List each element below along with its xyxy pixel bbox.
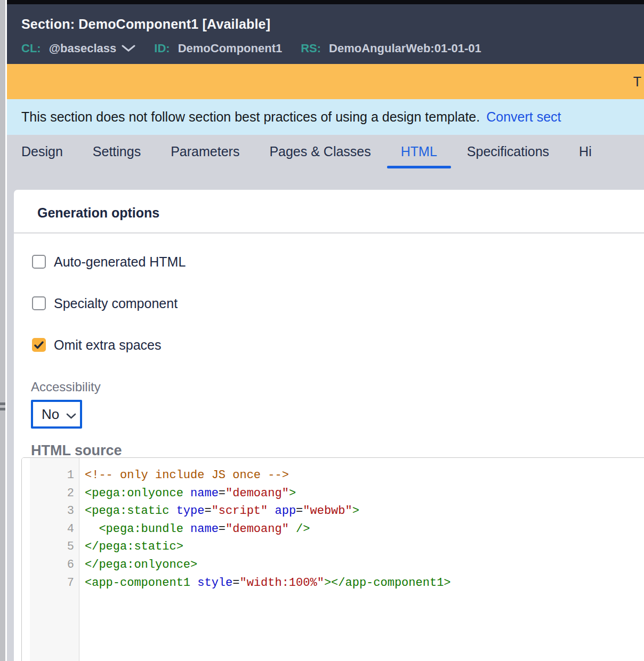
generation-checkbox-group: Auto-generated HTMLSpecialty componentOm… — [32, 255, 644, 352]
checkbox-row-specialty-component: Specialty component — [32, 296, 644, 310]
code-token-tag: <pega:onlyonce — [85, 487, 190, 500]
tab-label: Settings — [93, 144, 141, 159]
checkbox-row-omit-extra-spaces: Omit extra spaces — [32, 338, 644, 352]
code-line: <!-- only include JS once --> — [85, 466, 451, 485]
accessibility-label: Accessibility — [31, 380, 644, 394]
accessibility-select[interactable]: No — [31, 400, 82, 429]
tab-label: HTML — [401, 144, 437, 159]
pega-section-rule-window: { "header": { "title": "Section: DemoCom… — [0, 0, 644, 661]
checkbox-label[interactable]: Auto-generated HTML — [54, 254, 186, 270]
checkbox-row-auto-generated-html: Auto-generated HTML — [32, 255, 644, 269]
line-number: 6 — [30, 556, 74, 574]
tab-design[interactable]: Design — [21, 144, 63, 168]
window-top-edge — [7, 0, 644, 4]
code-token-tag: <pega:bundle — [99, 522, 190, 536]
tab-pages-classes[interactable]: Pages & Classes — [269, 144, 371, 168]
code-line: <pega:onlyonce name="demoang"> — [85, 485, 451, 503]
html-tab-panel: Generation options Auto-generated HTMLSp… — [14, 190, 644, 661]
code-token-attr: type — [176, 504, 205, 518]
checkbox-label[interactable]: Omit extra spaces — [54, 337, 161, 353]
accessibility-selected-value: No — [42, 406, 59, 423]
code-token-tag: </pega:onlyonce> — [85, 558, 197, 571]
code-token-attr: style — [197, 576, 232, 590]
tab-specifications[interactable]: Specifications — [467, 144, 549, 168]
html-source-heading: HTML source — [31, 442, 644, 459]
code-token-plain: = — [219, 522, 226, 536]
tab-label: Hi — [579, 144, 592, 159]
tab-label: Parameters — [171, 144, 239, 159]
tab-label: Design — [21, 144, 63, 159]
code-line: </pega:static> — [85, 538, 451, 556]
code-token-tag: ></app-component1> — [324, 576, 451, 590]
rule-tab-bar: DesignSettingsParametersPages & ClassesH… — [7, 135, 644, 168]
code-token-attr: name — [190, 487, 219, 500]
tab-parameters[interactable]: Parameters — [171, 144, 239, 168]
notice-text: This section does not follow section bes… — [21, 109, 480, 125]
tab-hi[interactable]: Hi — [579, 144, 592, 168]
convert-section-link[interactable]: Convert sect — [486, 109, 561, 125]
toolbar-clipped-text: T — [633, 74, 641, 90]
generation-options-heading: Generation options — [37, 205, 644, 221]
unchecked-checkbox-auto-generated-html[interactable] — [32, 255, 46, 269]
line-number: 7 — [30, 574, 74, 592]
rule-header: Section: DemoComponent1 [Available] CL: … — [7, 4, 644, 64]
checked-checkbox-omit-extra-spaces[interactable] — [32, 338, 46, 352]
code-token-plain: = — [204, 504, 211, 518]
editor-code-area[interactable]: <!-- only include JS once --><pega:onlyo… — [79, 458, 451, 661]
code-token-plain — [85, 522, 99, 536]
rule-meta-row: CL: @baseclass ID: DemoComponent1 RS: De… — [21, 42, 644, 55]
rs-label: RS: — [301, 42, 321, 55]
id-value: DemoComponent1 — [178, 42, 283, 55]
window-splitter[interactable] — [0, 0, 5, 661]
tab-html[interactable]: HTML — [401, 144, 437, 168]
applies-to-class-dropdown[interactable]: @baseclass — [49, 42, 136, 55]
line-number: 2 — [30, 485, 74, 503]
code-token-plain: = — [296, 504, 303, 518]
code-token-tag: /> — [289, 522, 310, 536]
code-token-plain: = — [219, 487, 226, 500]
code-token-tag: > — [352, 504, 359, 518]
code-token-str: "script" — [212, 504, 268, 518]
unchecked-checkbox-specialty-component[interactable] — [32, 296, 46, 310]
tab-underline — [157, 166, 253, 168]
code-token-attr: app — [275, 504, 296, 518]
splitter-dash — [0, 402, 5, 405]
toolbar-warning-bar: T — [7, 64, 644, 99]
code-token-plain: = — [232, 576, 239, 590]
code-token-str: "webwb" — [303, 504, 352, 518]
chevron-down-icon — [66, 406, 76, 423]
code-token-tag: <pega:static — [85, 504, 176, 518]
editor-left-margin — [22, 458, 30, 661]
line-number: 5 — [30, 538, 74, 556]
html-source-editor[interactable]: 1234567 <!-- only include JS once --><pe… — [21, 457, 644, 661]
code-token-str: "demoang" — [226, 487, 289, 500]
section-divider — [14, 232, 644, 233]
checkbox-label[interactable]: Specialty component — [54, 296, 178, 311]
tab-content-area: DesignSettingsParametersPages & ClassesH… — [7, 135, 644, 661]
best-practice-notice: This section does not follow section bes… — [7, 99, 644, 135]
id-label: ID: — [154, 42, 170, 55]
accessibility-field: Accessibility No — [31, 380, 644, 429]
code-token-tag: <app-component1 — [85, 576, 197, 590]
code-token-plain — [268, 504, 275, 518]
tab-label: Pages & Classes — [269, 144, 371, 159]
code-line: <app-component1 style="width:100%"></app… — [85, 574, 451, 592]
active-tab-underline — [387, 166, 451, 168]
line-number: 1 — [30, 466, 74, 485]
code-line: <pega:static type="script" app="webwb"> — [85, 502, 451, 520]
section-rule-form: Section: DemoComponent1 [Available] CL: … — [5, 0, 644, 661]
rs-value: DemoAngularWeb:01-01-01 — [329, 42, 481, 55]
tab-underline — [453, 166, 563, 168]
splitter-handle-icon[interactable] — [0, 402, 5, 413]
tab-underline — [79, 166, 155, 168]
code-token-comment: <!-- only include JS once --> — [85, 469, 289, 482]
code-line: </pega:onlyonce> — [85, 556, 451, 574]
line-number: 3 — [30, 502, 74, 520]
line-number: 4 — [30, 520, 74, 538]
code-token-tag: > — [289, 487, 296, 500]
ruleset-group: RS: DemoAngularWeb:01-01-01 — [301, 42, 481, 55]
chevron-down-icon — [122, 42, 135, 55]
tab-underline — [255, 166, 384, 168]
tab-settings[interactable]: Settings — [93, 144, 141, 168]
checkmark-icon — [34, 341, 44, 349]
